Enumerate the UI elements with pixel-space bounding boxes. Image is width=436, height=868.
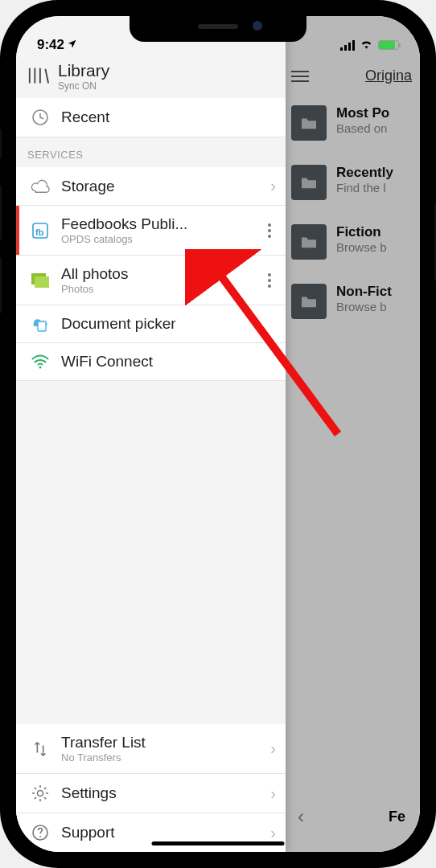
recent-label: Recent bbox=[61, 108, 276, 126]
side-button bbox=[0, 129, 2, 159]
folder-icon bbox=[291, 224, 327, 260]
catalog-item-title: Recently bbox=[336, 165, 393, 181]
help-icon bbox=[27, 823, 53, 842]
svg-text:fb: fb bbox=[35, 227, 44, 237]
catalog-item-title: Non-Fict bbox=[336, 284, 392, 300]
transfer-icon bbox=[27, 740, 53, 758]
allphotos-row[interactable]: All photos Photos bbox=[16, 256, 286, 305]
location-icon bbox=[67, 37, 77, 53]
catalog-item-title: Most Po bbox=[336, 105, 389, 121]
svg-rect-4 bbox=[35, 276, 49, 288]
side-button bbox=[0, 257, 2, 313]
home-indicator[interactable] bbox=[152, 841, 285, 845]
catalog-item-sub: Browse b bbox=[336, 240, 387, 254]
support-label: Support bbox=[61, 824, 270, 841]
catalog-item[interactable]: RecentlyFind the l bbox=[283, 157, 420, 216]
folder-icon bbox=[291, 105, 327, 141]
side-button bbox=[0, 185, 2, 241]
chevron-right-icon: › bbox=[270, 784, 276, 803]
wificonnect-label: WiFi Connect bbox=[61, 353, 276, 371]
back-chevron-icon[interactable]: ‹ bbox=[298, 805, 304, 828]
bg-bottom-text: Fe bbox=[389, 809, 405, 825]
documentpicker-label: Document picker bbox=[61, 315, 276, 333]
folder-icon bbox=[291, 284, 327, 319]
catalog-item[interactable]: FictionBrowse b bbox=[283, 216, 420, 276]
app-logo-icon bbox=[27, 67, 50, 86]
feedbooks-row[interactable]: fb Feedbooks Publi... OPDS catalogs bbox=[16, 206, 286, 256]
svg-rect-5 bbox=[38, 321, 46, 331]
catalog-item[interactable]: Most PoBased on bbox=[283, 97, 420, 157]
transferlist-subtitle: No Transfers bbox=[61, 751, 270, 764]
catalog-item[interactable]: Non-FictBrowse b bbox=[283, 276, 420, 335]
phone-frame: 9:42 Origina bbox=[0, 0, 436, 868]
allphotos-subtitle: Photos bbox=[61, 283, 260, 295]
hamburger-icon[interactable] bbox=[291, 71, 309, 82]
library-drawer: Library Sync ON Recent SERVICES bbox=[16, 16, 286, 852]
catalog-item-title: Fiction bbox=[336, 224, 387, 240]
notch bbox=[130, 16, 306, 42]
transferlist-row[interactable]: Transfer List No Transfers › bbox=[16, 724, 286, 774]
svg-point-9 bbox=[39, 836, 41, 837]
photos-icon bbox=[27, 272, 53, 289]
drawer-title: Library bbox=[58, 61, 109, 80]
settings-row[interactable]: Settings › bbox=[16, 774, 286, 813]
transferlist-title: Transfer List bbox=[61, 734, 270, 751]
document-cloud-icon bbox=[27, 315, 53, 333]
highlight-marker bbox=[16, 206, 19, 255]
gear-icon bbox=[27, 784, 53, 803]
chevron-right-icon: › bbox=[270, 739, 276, 758]
background-catalog: Origina Most PoBased on RecentlyFind the… bbox=[283, 16, 420, 852]
chevron-right-icon: › bbox=[270, 177, 276, 195]
status-time: 9:42 bbox=[37, 37, 64, 53]
more-options-icon[interactable] bbox=[263, 223, 276, 238]
storage-label: Storage bbox=[61, 178, 270, 195]
storage-row[interactable]: Storage › bbox=[16, 167, 286, 206]
allphotos-title: All photos bbox=[61, 265, 260, 283]
wificonnect-row[interactable]: WiFi Connect bbox=[16, 343, 286, 381]
wifi-signal-icon bbox=[27, 354, 53, 369]
cloud-icon bbox=[27, 179, 53, 194]
clock-icon bbox=[27, 108, 53, 127]
battery-icon bbox=[378, 40, 399, 50]
more-options-icon[interactable] bbox=[263, 273, 276, 288]
svg-point-6 bbox=[39, 366, 42, 369]
settings-label: Settings bbox=[61, 784, 270, 802]
catalog-item-sub: Browse b bbox=[336, 300, 392, 313]
wifi-icon bbox=[360, 37, 373, 53]
folder-icon bbox=[291, 165, 327, 200]
documentpicker-row[interactable]: Document picker bbox=[16, 305, 286, 343]
signal-icon bbox=[340, 40, 355, 51]
svg-point-7 bbox=[38, 791, 43, 796]
catalog-item-sub: Find the l bbox=[336, 181, 393, 194]
recent-row[interactable]: Recent bbox=[16, 98, 286, 137]
feedbooks-icon: fb bbox=[27, 221, 53, 240]
catalog-item-sub: Based on bbox=[336, 121, 389, 135]
drawer-sync-status: Sync ON bbox=[58, 80, 109, 92]
services-label: SERVICES bbox=[16, 137, 286, 167]
feedbooks-subtitle: OPDS catalogs bbox=[61, 233, 260, 245]
bg-nav-link[interactable]: Origina bbox=[365, 68, 412, 84]
feedbooks-title: Feedbooks Publi... bbox=[61, 215, 260, 233]
support-row[interactable]: Support › bbox=[16, 813, 286, 852]
chevron-right-icon: › bbox=[270, 824, 276, 842]
